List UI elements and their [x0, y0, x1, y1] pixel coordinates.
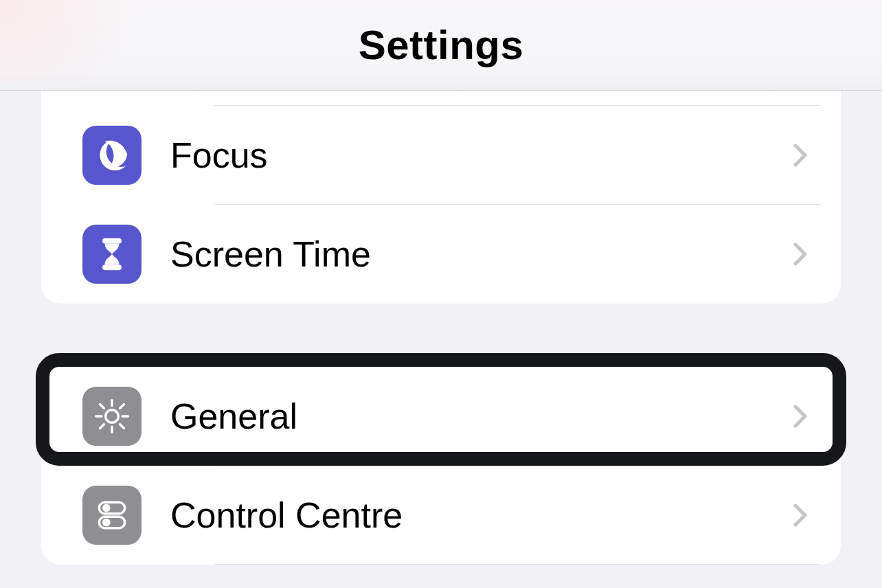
row-label: Screen Time: [170, 234, 786, 275]
page-title: Settings: [359, 21, 524, 69]
toggles-icon: [82, 486, 142, 545]
partial-row-top: [41, 91, 841, 106]
row-divider: [214, 564, 820, 565]
chevron-right-icon: [786, 240, 813, 268]
gear-icon: [82, 387, 142, 446]
svg-line-9: [100, 425, 104, 429]
settings-content: Focus Screen Time: [0, 91, 882, 588]
settings-row-screen-time[interactable]: Screen Time: [41, 205, 841, 304]
hourglass-icon: [82, 225, 142, 284]
row-label: Focus: [170, 135, 786, 176]
svg-rect-1: [102, 264, 122, 270]
svg-rect-0: [102, 238, 122, 244]
svg-point-14: [102, 519, 111, 527]
svg-point-12: [102, 504, 111, 512]
moon-icon: [82, 126, 142, 185]
svg-line-7: [100, 405, 104, 409]
svg-point-2: [106, 410, 119, 423]
settings-row-focus[interactable]: Focus: [41, 106, 841, 205]
row-divider: [214, 466, 820, 466]
settings-group-1: Focus Screen Time: [41, 91, 841, 304]
row-label: General: [170, 396, 786, 437]
chevron-right-icon: [786, 501, 813, 529]
svg-line-10: [120, 405, 124, 409]
chevron-right-icon: [786, 142, 813, 169]
settings-row-general[interactable]: General: [41, 367, 841, 466]
settings-header: Settings: [0, 0, 882, 91]
settings-group-2: General Control Centre: [41, 367, 841, 565]
chevron-right-icon: [786, 403, 813, 430]
settings-row-control-centre[interactable]: Control Centre: [41, 466, 841, 565]
row-label: Control Centre: [170, 495, 786, 536]
svg-line-8: [120, 425, 124, 429]
